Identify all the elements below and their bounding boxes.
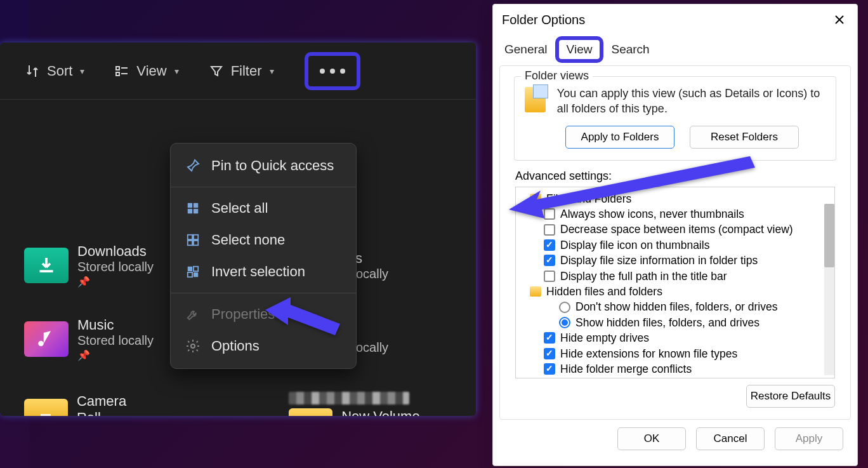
adv-item[interactable]: Hide empty drives: [530, 330, 831, 345]
adv-item[interactable]: Hide folder merge conflicts: [530, 361, 831, 377]
tab-view[interactable]: View: [555, 36, 604, 63]
invert-selection-icon: [185, 264, 201, 280]
tile-downloads[interactable]: Downloads Stored locally 📌: [24, 243, 154, 288]
file-explorer-panel: Sort ▾ View ▾ Filter ▾ Downlo: [0, 43, 476, 416]
svg-marker-18: [265, 297, 340, 335]
menu-label: Select all: [211, 200, 268, 217]
adv-item-label: Display the full path in the title bar: [560, 269, 727, 283]
scrollbar-thumb[interactable]: [824, 204, 834, 267]
checkbox[interactable]: [544, 348, 555, 359]
svg-rect-0: [116, 67, 119, 70]
apply-button[interactable]: Apply: [775, 427, 843, 450]
folder-icon: [289, 408, 332, 416]
chevron-down-icon: ▾: [270, 66, 274, 76]
pin-icon: [185, 157, 201, 174]
adv-item[interactable]: Don't show hidden files, folders, or dri…: [530, 299, 831, 314]
music-icon: [24, 321, 69, 357]
adv-item[interactable]: Display file size information in folder …: [530, 253, 831, 268]
svg-rect-12: [194, 241, 198, 245]
tile-volume[interactable]: New Volume (D:)\RLX: [289, 392, 476, 416]
tile-sub: Stored locally: [77, 260, 154, 274]
checkbox[interactable]: [544, 255, 555, 266]
svg-rect-1: [116, 72, 119, 76]
adv-item[interactable]: Display the full path in the title bar: [530, 269, 831, 284]
checkbox[interactable]: [544, 332, 555, 344]
menu-select-all[interactable]: Select all: [171, 192, 356, 224]
tile-music[interactable]: Music Stored locally 📌: [24, 317, 154, 361]
tab-search[interactable]: Search: [608, 37, 652, 63]
reset-folders-button[interactable]: Reset Folders: [690, 126, 799, 149]
dialog-footer: OK Cancel Apply: [493, 420, 857, 457]
svg-marker-19: [509, 156, 755, 218]
sort-button[interactable]: Sort ▾: [18, 59, 91, 83]
menu-select-none[interactable]: Select none: [171, 224, 356, 256]
svg-rect-4: [41, 414, 51, 416]
dialog-titlebar: Folder Options: [493, 4, 857, 35]
menu-label: Select none: [211, 232, 285, 248]
folder-views-group: Folder views You can apply this view (su…: [514, 76, 836, 161]
radio[interactable]: [559, 317, 570, 328]
tile-sub: Stored locally: [77, 333, 154, 348]
more-button[interactable]: [305, 52, 360, 90]
adv-item[interactable]: Hide extensions for known file types: [530, 346, 831, 361]
select-none-icon: [185, 232, 201, 248]
thumbnail-strip: [289, 392, 409, 404]
svg-rect-10: [194, 235, 198, 239]
adv-item: Hidden files and folders: [530, 284, 831, 299]
svg-rect-5: [188, 203, 192, 208]
sort-icon: [24, 63, 41, 79]
tiles-row: Camera Roll Pictures New Volume (D:)\RLX: [24, 392, 476, 416]
adv-item[interactable]: Display file icon on thumbnails: [530, 237, 831, 253]
close-button[interactable]: [829, 10, 850, 30]
adv-item[interactable]: Hide protected operating system files (R…: [530, 377, 831, 378]
tile-name: Camera Roll: [77, 393, 153, 417]
select-all-icon: [185, 200, 201, 217]
ok-button[interactable]: OK: [617, 427, 686, 450]
chevron-down-icon: ▾: [174, 66, 179, 76]
sort-label: Sort: [47, 63, 72, 79]
apply-to-folders-button[interactable]: Apply to Folders: [565, 126, 674, 149]
tab-general[interactable]: General: [502, 37, 550, 63]
checkbox[interactable]: [544, 363, 555, 375]
explorer-toolbar: Sort ▾ View ▾ Filter ▾: [0, 43, 476, 100]
pin-icon: 📌: [77, 276, 154, 288]
tile-camera-roll[interactable]: Camera Roll Pictures: [24, 392, 153, 416]
adv-item-label: Hide extensions for known file types: [560, 347, 737, 361]
adv-item-label: Hide protected operating system files (R…: [560, 377, 829, 378]
menu-pin-quick-access[interactable]: Pin to Quick access: [171, 150, 356, 182]
folder-view-icon: [525, 87, 546, 112]
dialog-tabs: General View Search: [493, 35, 857, 63]
tile-name: Music: [77, 317, 154, 333]
checkbox[interactable]: [544, 271, 555, 282]
annotation-arrow: [503, 152, 756, 231]
folder-options-dialog: Folder Options General View Search Folde…: [492, 4, 858, 466]
adv-item-label: Hide folder merge conflicts: [560, 362, 692, 376]
svg-rect-15: [194, 267, 198, 271]
folder-views-description: You can apply this view (such as Details…: [557, 86, 825, 117]
folder-category-icon: [530, 286, 541, 297]
group-title: Folder views: [521, 69, 593, 83]
restore-defaults-button[interactable]: Restore Defaults: [746, 385, 835, 408]
svg-point-17: [191, 344, 195, 348]
adv-item[interactable]: Show hidden files, folders, and drives: [530, 315, 831, 330]
svg-rect-11: [188, 241, 192, 245]
svg-rect-9: [188, 235, 192, 239]
filter-label: Filter: [231, 63, 262, 79]
view-button[interactable]: View ▾: [107, 59, 185, 83]
pin-icon: 📌: [77, 349, 154, 361]
svg-rect-16: [188, 272, 192, 277]
menu-label: Pin to Quick access: [211, 157, 334, 174]
svg-rect-6: [194, 203, 198, 208]
adv-item-label: Don't show hidden files, folders, or dri…: [575, 300, 778, 314]
wrench-icon: [185, 306, 201, 323]
folder-icon: [24, 399, 68, 416]
svg-rect-14: [194, 272, 198, 277]
cancel-button[interactable]: Cancel: [696, 427, 765, 450]
checkbox[interactable]: [544, 239, 555, 251]
menu-invert-selection[interactable]: Invert selection: [171, 256, 356, 288]
svg-rect-13: [188, 267, 192, 271]
filter-button[interactable]: Filter ▾: [202, 59, 280, 83]
menu-label: Invert selection: [211, 264, 305, 280]
radio[interactable]: [559, 302, 570, 313]
adv-item-label: Display file icon on thumbnails: [560, 238, 709, 252]
